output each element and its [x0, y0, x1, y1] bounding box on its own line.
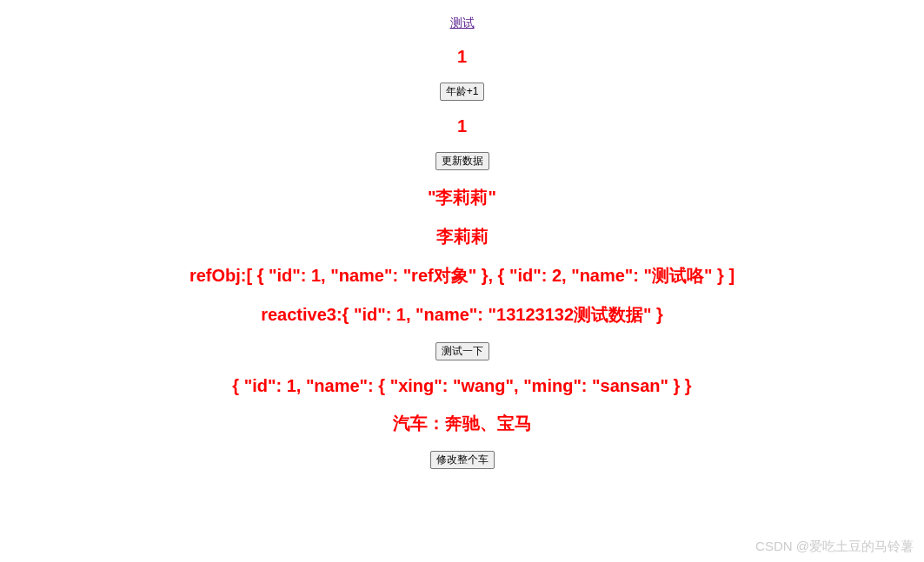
- age-plus-button[interactable]: 年龄+1: [440, 83, 485, 101]
- main-container: 测试 1 年龄+1 1 更新数据 "李莉莉" 李莉莉 refObj:[ { "i…: [0, 0, 924, 485]
- car-value: 奔驰、宝马: [445, 413, 532, 433]
- car-label: 汽车：: [393, 413, 445, 433]
- ref-obj-display: refObj:[ { "id": 1, "name": "ref对象" }, {…: [189, 264, 735, 288]
- car-display: 汽车：奔驰、宝马: [393, 412, 532, 435]
- reactive3-json: { "id": 1, "name": "13123132测试数据" }: [342, 305, 663, 324]
- reactive3-label: reactive3:: [261, 305, 342, 324]
- test-link[interactable]: 测试: [450, 16, 475, 31]
- test-once-button[interactable]: 测试一下: [435, 342, 489, 360]
- modify-car-button[interactable]: 修改整个车: [430, 451, 495, 469]
- watermark-text: CSDN @爱吃土豆的马铃薯: [755, 539, 914, 555]
- ref-obj-label: refObj:: [189, 266, 247, 285]
- update-data-button[interactable]: 更新数据: [435, 152, 489, 170]
- ref-obj-json: [ { "id": 1, "name": "ref对象" }, { "id": …: [246, 266, 735, 285]
- counter-1-value: 1: [457, 47, 467, 67]
- nested-obj-display: { "id": 1, "name": { "xing": "wang", "mi…: [232, 376, 691, 396]
- counter-2-value: 1: [457, 116, 467, 136]
- name-plain: 李莉莉: [436, 225, 489, 248]
- name-quoted: "李莉莉": [428, 186, 496, 209]
- reactive3-display: reactive3:{ "id": 1, "name": "13123132测试…: [261, 303, 663, 327]
